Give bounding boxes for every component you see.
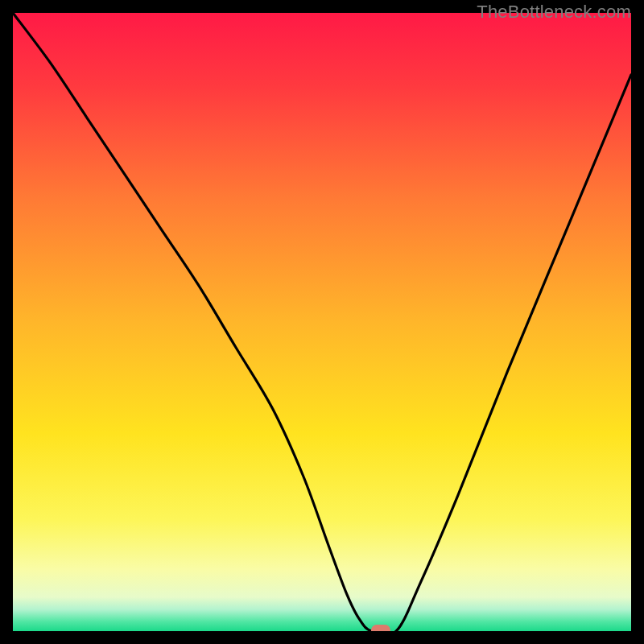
optimal-point-marker bbox=[371, 625, 390, 631]
bottleneck-curve bbox=[13, 13, 631, 631]
plot-area bbox=[13, 13, 631, 631]
watermark-text: TheBottleneck.com bbox=[477, 2, 631, 23]
